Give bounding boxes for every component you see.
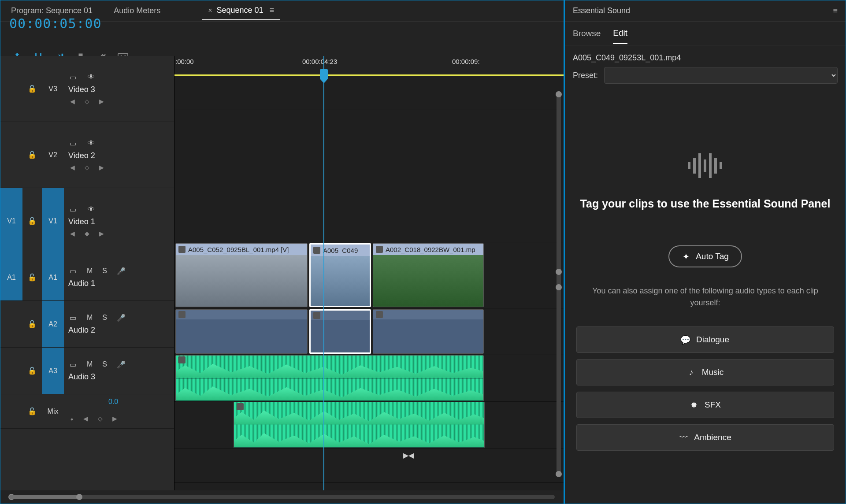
source-patch-v1[interactable]: V1	[0, 188, 22, 254]
voiceover-icon[interactable]: 🎤	[117, 360, 126, 369]
sfx-button[interactable]: ✸SFX	[576, 392, 834, 418]
eye-icon[interactable]: 👁	[87, 205, 96, 214]
prev-keyframe-icon[interactable]: ◀	[70, 164, 75, 171]
fx-badge-icon[interactable]	[376, 246, 383, 253]
lock-v3[interactable]: 🔓	[22, 56, 42, 122]
next-keyframe-icon[interactable]: ▶	[99, 98, 104, 105]
source-patch-v2[interactable]	[0, 122, 22, 188]
tab-edit[interactable]: Edit	[613, 23, 627, 44]
mute-button[interactable]: M	[87, 314, 93, 322]
target-v3[interactable]: V3	[42, 56, 64, 122]
sync-lock-icon[interactable]: ▭	[68, 267, 77, 275]
solo-button[interactable]: S	[102, 314, 107, 322]
time-ruler[interactable]: :00:00 00:00:04:23 00:00:09:	[174, 56, 564, 76]
play-around-icon[interactable]: ▶◀	[403, 451, 414, 460]
mix-value[interactable]: 0.0	[108, 398, 118, 406]
horizontal-scroll[interactable]	[0, 490, 564, 504]
add-keyframe-icon[interactable]: ◆	[85, 230, 89, 237]
zoom-handle-icon[interactable]	[556, 269, 562, 275]
next-keyframe-icon[interactable]: ▶	[99, 230, 104, 237]
track-v1[interactable]: A005_C052_0925BL_001.mp4 [V] A005_C049_ …	[174, 242, 564, 308]
target-v2[interactable]: V2	[42, 122, 64, 188]
prev-keyframe-icon[interactable]: ◀	[70, 230, 75, 237]
lock-v2[interactable]: 🔓	[22, 122, 42, 188]
mute-button[interactable]: M	[87, 267, 93, 275]
solo-button[interactable]: S	[102, 267, 107, 275]
fx-badge-icon[interactable]	[313, 312, 320, 319]
audio-waveform-clip[interactable]	[175, 355, 484, 401]
target-v1[interactable]: V1	[42, 188, 64, 254]
playhead-handle-icon[interactable]	[320, 69, 328, 79]
tab-browse[interactable]: Browse	[573, 23, 601, 44]
timeline-area[interactable]: :00:00 00:00:04:23 00:00:09: A005_C052_0…	[174, 56, 564, 490]
playhead-timecode[interactable]: 00:00:05:00	[9, 16, 128, 31]
tab-menu-icon[interactable]: ≡	[270, 6, 275, 15]
sync-lock-icon[interactable]: ▭	[68, 313, 77, 322]
target-a2[interactable]: A2	[42, 301, 64, 347]
next-keyframe-icon[interactable]: ▶	[99, 164, 104, 171]
track-a2[interactable]	[174, 355, 564, 402]
audio-clip-selected[interactable]	[309, 309, 371, 354]
solo-button[interactable]: S	[102, 360, 107, 368]
zoom-handle-icon[interactable]	[556, 91, 562, 97]
video-clip[interactable]: A005_C052_0925BL_001.mp4 [V]	[175, 243, 308, 307]
add-keyframe-icon[interactable]: ◇	[98, 415, 103, 422]
zoom-handle-icon[interactable]	[556, 284, 562, 290]
prev-keyframe-icon[interactable]: ◀	[70, 98, 75, 105]
audio-clip[interactable]	[175, 309, 308, 354]
eye-icon[interactable]: 👁	[87, 73, 96, 82]
track-v2[interactable]	[174, 176, 564, 242]
tab-sequence[interactable]: × Sequence 01 ≡	[202, 1, 280, 20]
sync-lock-icon[interactable]: ▭	[68, 73, 77, 82]
fx-badge-icon[interactable]	[376, 311, 383, 318]
preset-dropdown[interactable]	[604, 67, 838, 84]
lock-mix[interactable]: 🔓	[22, 394, 42, 428]
auto-keyframe-icon[interactable]: ⬥	[70, 415, 74, 422]
source-patch-v3[interactable]	[0, 56, 22, 122]
ambience-button[interactable]: 〰Ambience	[576, 424, 834, 451]
lock-a3[interactable]: 🔓	[22, 348, 42, 394]
fx-badge-icon[interactable]	[178, 356, 186, 363]
target-a3[interactable]: A3	[42, 348, 64, 394]
eye-icon[interactable]: 👁	[87, 139, 96, 148]
track-v3[interactable]	[174, 110, 564, 176]
music-button[interactable]: ♪Music	[576, 359, 834, 385]
auto-tag-button[interactable]: ✦ Auto Tag	[668, 245, 742, 267]
fx-badge-icon[interactable]	[178, 311, 186, 318]
audio-clip[interactable]	[373, 309, 484, 354]
target-a1[interactable]: A1	[42, 254, 64, 300]
vertical-zoom[interactable]	[557, 91, 561, 477]
prev-keyframe-icon[interactable]: ◀	[83, 415, 88, 422]
track-mix[interactable]: ▶◀	[174, 448, 564, 483]
zoom-handle-icon[interactable]	[556, 471, 562, 477]
audio-waveform-clip[interactable]	[234, 402, 485, 448]
mute-button[interactable]: M	[87, 360, 93, 368]
track-a1[interactable]	[174, 308, 564, 355]
close-icon[interactable]: ×	[208, 7, 212, 15]
scroll-thumb[interactable]	[9, 495, 80, 499]
video-clip-selected[interactable]: A005_C049_	[309, 243, 371, 307]
source-patch-a3[interactable]	[0, 348, 22, 394]
voiceover-icon[interactable]: 🎤	[117, 267, 126, 275]
playhead[interactable]	[323, 56, 324, 490]
panel-menu-icon[interactable]: ≡	[833, 6, 838, 15]
source-patch-a2[interactable]	[0, 301, 22, 347]
sync-lock-icon[interactable]: ▭	[68, 139, 77, 148]
lock-v1[interactable]: 🔓	[22, 188, 42, 254]
lock-a1[interactable]: 🔓	[22, 254, 42, 300]
fx-badge-icon[interactable]	[237, 403, 244, 410]
dialogue-button[interactable]: 💬Dialogue	[576, 326, 834, 353]
track-a3[interactable]	[174, 402, 564, 448]
source-patch-a1[interactable]: A1	[0, 254, 22, 300]
scroll-handle-icon[interactable]	[76, 494, 82, 500]
sync-lock-icon[interactable]: ▭	[68, 205, 77, 214]
lock-a2[interactable]: 🔓	[22, 301, 42, 347]
voiceover-icon[interactable]: 🎤	[117, 313, 126, 322]
fx-badge-icon[interactable]	[178, 246, 186, 253]
sync-lock-icon[interactable]: ▭	[68, 360, 77, 369]
next-keyframe-icon[interactable]: ▶	[112, 415, 117, 422]
fx-badge-icon[interactable]	[313, 247, 320, 254]
add-keyframe-icon[interactable]: ◇	[85, 98, 89, 105]
video-clip[interactable]: A002_C018_0922BW_001.mp	[373, 243, 484, 307]
add-keyframe-icon[interactable]: ◇	[85, 164, 89, 171]
